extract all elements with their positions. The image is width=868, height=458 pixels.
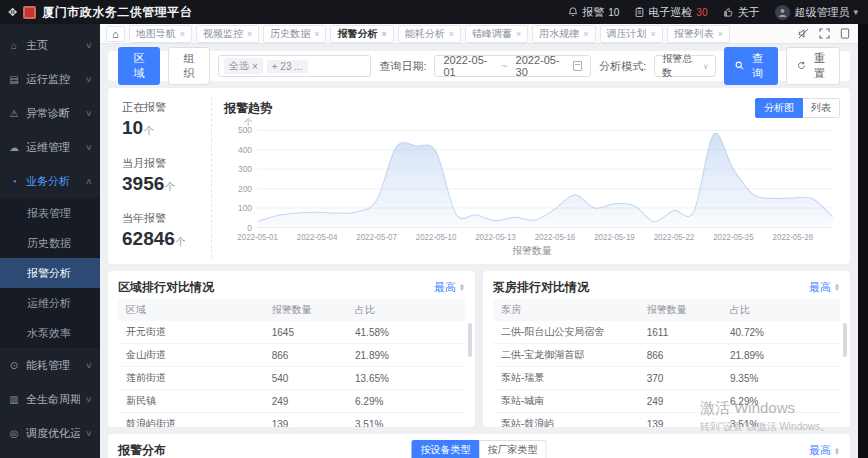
- tab-label: 报警列表: [674, 27, 714, 41]
- sidebar-item-基础信息[interactable]: ☰基础信息∨: [0, 450, 100, 458]
- svg-text:2022-05-07: 2022-05-07: [356, 231, 397, 241]
- scope-area-button[interactable]: 区域: [118, 47, 160, 85]
- table-row[interactable]: 莲前街道54013.65%: [118, 367, 465, 390]
- mute-announcements-icon[interactable]: [798, 28, 809, 39]
- bookmark-panel-icon[interactable]: [840, 28, 850, 39]
- lifecycle-icon: ▥: [8, 394, 20, 405]
- sort-control[interactable]: 最高▲▼: [809, 280, 840, 295]
- sidebar-subitem-水泵效率[interactable]: 水泵效率: [0, 318, 100, 348]
- close-icon[interactable]: ×: [651, 29, 656, 39]
- sidebar-item-业务分析[interactable]: ◔业务分析∧: [0, 164, 100, 198]
- sidebar-item-运行监控[interactable]: ▤运行监控∨: [0, 62, 100, 96]
- user-menu[interactable]: 超级管理员 ▾: [775, 5, 858, 20]
- sidebar-item-运维管理[interactable]: ☁运维管理∨: [0, 130, 100, 164]
- chevron-down-icon: ∨: [85, 41, 93, 50]
- table-row[interactable]: 鼓浪屿街道1393.51%: [118, 413, 465, 428]
- pct-bar-track: [401, 376, 457, 381]
- sidebar-item-能耗管理[interactable]: ⊙能耗管理∨: [0, 348, 100, 382]
- reset-button[interactable]: 重置: [786, 47, 840, 85]
- sidebar-item-label: 运维管理: [26, 140, 80, 155]
- tab-报警分析[interactable]: 报警分析×: [330, 25, 393, 43]
- svg-text:2022-05-16: 2022-05-16: [535, 231, 576, 241]
- date-end[interactable]: 2022-05-30: [516, 54, 566, 78]
- pct-bar-track: [776, 422, 832, 427]
- tag-select-all[interactable]: 全选×: [224, 58, 263, 74]
- close-icon[interactable]: ×: [247, 29, 252, 39]
- tab-label: 视频监控: [203, 27, 243, 41]
- pct-text: 21.89%: [355, 350, 395, 361]
- sidebar-subitem-运维分析[interactable]: 运维分析: [0, 288, 100, 318]
- area-multiselect[interactable]: 全选× + 23 ...: [218, 55, 372, 77]
- sidebar-item-全生命周期[interactable]: ▥全生命周期∨: [0, 382, 100, 416]
- stat-当月报警: 当月报警3956个: [122, 156, 211, 195]
- close-icon[interactable]: ×: [381, 29, 386, 39]
- close-icon[interactable]: ×: [180, 29, 185, 39]
- about-link[interactable]: 关于: [723, 5, 759, 20]
- table-row[interactable]: 泵站-瑞景3709.35%: [493, 367, 840, 390]
- chevron-down-icon: ∨: [85, 143, 93, 152]
- alarm-indicator[interactable]: 报警 10: [568, 5, 619, 20]
- tab-错峰调蓄[interactable]: 错峰调蓄×: [465, 25, 528, 43]
- sort-icon: ▲▼: [834, 447, 840, 455]
- sidebar-subitem-报表管理[interactable]: 报表管理: [0, 198, 100, 228]
- scrollbar-thumb[interactable]: [468, 323, 472, 357]
- view-list-button[interactable]: 列表: [803, 98, 840, 118]
- svg-text:2022-05-25: 2022-05-25: [713, 231, 754, 241]
- scrollbar-thumb[interactable]: [843, 323, 847, 357]
- inspection-indicator[interactable]: 电子巡检 30: [635, 5, 707, 20]
- alarm-trend-chart: 0100200300400500个2022-05-012022-05-04202…: [224, 118, 840, 244]
- table-row[interactable]: 泵站-城南2496.29%: [493, 390, 840, 413]
- mode-select[interactable]: 报警总数 ∨: [654, 55, 716, 77]
- date-range-picker[interactable]: 2022-05-01 ~ 2022-05-30: [434, 55, 591, 77]
- pct-text: 13.65%: [355, 373, 395, 384]
- view-chart-button[interactable]: 分析图: [755, 98, 803, 118]
- sidebar-subitem-报警分析[interactable]: 报警分析: [0, 258, 100, 288]
- chart-x-axis-label: 报警数量: [224, 244, 840, 258]
- chart-view-toggle: 分析图 列表: [755, 98, 840, 118]
- distribution-sort-control[interactable]: 最高 ▲▼: [809, 443, 840, 458]
- tab-报警列表[interactable]: 报警列表×: [667, 25, 730, 43]
- tab-调压计划[interactable]: 调压计划×: [600, 25, 663, 43]
- tab-用水规律[interactable]: 用水规律×: [532, 25, 595, 43]
- tab-home[interactable]: ⌂: [106, 26, 125, 42]
- tag-more[interactable]: + 23 ...: [267, 60, 308, 73]
- search-button[interactable]: 查询: [724, 47, 778, 85]
- by-vendor-type-button[interactable]: 按厂家类型: [480, 440, 547, 458]
- close-icon[interactable]: ×: [583, 29, 588, 39]
- page-content: 区域 组织 全选× + 23 ... 查询日期: 2022-05-01 ~ 20…: [100, 44, 858, 458]
- close-icon[interactable]: ×: [516, 29, 521, 39]
- chevron-down-icon: ∨: [85, 361, 93, 370]
- date-start[interactable]: 2022-05-01: [443, 54, 493, 78]
- table-row[interactable]: 开元街道164541.58%: [118, 321, 465, 344]
- table-row[interactable]: 新民镇2496.29%: [118, 390, 465, 413]
- row-count: 1611: [639, 321, 722, 344]
- tab-地图导航[interactable]: 地图导航×: [129, 25, 192, 43]
- tag-close-icon[interactable]: ×: [252, 61, 258, 72]
- sidebar-item-主页[interactable]: ⌂主页∨: [0, 28, 100, 62]
- pct-cell: 21.89%: [355, 350, 457, 361]
- app-header: ✥ 厦门市政水务二供管理平台 报警 10 电子巡检 30 关于: [0, 0, 868, 24]
- row-pct: 3.51%: [722, 413, 840, 428]
- sidebar-subitem-历史数据[interactable]: 历史数据: [0, 228, 100, 258]
- tab-历史数据[interactable]: 历史数据×: [263, 25, 326, 43]
- tab-能耗分析[interactable]: 能耗分析×: [398, 25, 461, 43]
- sidebar-item-调度优化运行[interactable]: ◎调度优化运行∨: [0, 416, 100, 450]
- table-row[interactable]: 金山街道86621.89%: [118, 344, 465, 367]
- scope-org-button[interactable]: 组织: [168, 47, 210, 85]
- close-icon[interactable]: ×: [718, 29, 723, 39]
- sidebar-item-label: 异常诊断: [26, 106, 80, 121]
- fullscreen-icon[interactable]: [819, 28, 830, 39]
- tab-视频监控[interactable]: 视频监控×: [196, 25, 259, 43]
- table-row[interactable]: 泵站-鼓浪屿1393.51%: [493, 413, 840, 428]
- by-device-type-button[interactable]: 按设备类型: [412, 440, 480, 458]
- sidebar-item-异常诊断[interactable]: ⚠异常诊断∨: [0, 96, 100, 130]
- pct-cell: 21.89%: [730, 350, 832, 361]
- close-icon[interactable]: ×: [449, 29, 454, 39]
- table-row[interactable]: 二供-阳台山公安局宿舍161140.72%: [493, 321, 840, 344]
- sort-control[interactable]: 最高▲▼: [434, 280, 465, 295]
- search-icon: [735, 60, 744, 72]
- table-row[interactable]: 二供-宝龙御湖首邸86621.89%: [493, 344, 840, 367]
- close-icon[interactable]: ×: [314, 29, 319, 39]
- stat-value: 3956个: [122, 173, 211, 195]
- move-icon[interactable]: ✥: [8, 6, 17, 19]
